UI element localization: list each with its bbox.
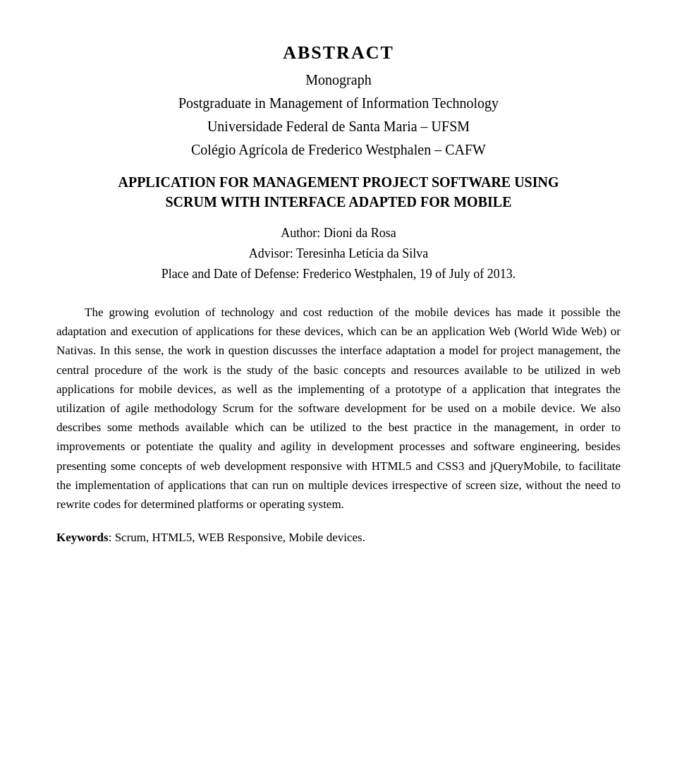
postgraduate-label: Postgraduate in Management of Informatio… [56,95,621,111]
abstract-title: ABSTRACT [56,42,621,64]
abstract-container: ABSTRACT Monograph Postgraduate in Manag… [56,42,621,547]
keywords-colon: : [109,531,115,544]
author-line: Author: Dioni da Rosa [56,226,621,241]
keywords-values: Scrum, HTML5, WEB Responsive, Mobile dev… [115,531,365,544]
application-title-line2: SCRUM WITH INTERFACE ADAPTED FOR MOBILE [166,194,512,210]
author-label: Author: [281,226,320,240]
advisor-line: Advisor: Teresinha Letícia da Silva [56,246,621,261]
advisor-name: Teresinha Letícia da Silva [296,246,428,260]
place-date-line: Place and Date of Defense: Frederico Wes… [56,267,621,282]
author-name: Dioni da Rosa [324,226,396,240]
title-section: ABSTRACT Monograph Postgraduate in Manag… [56,42,621,282]
college-label: Colégio Agrícola de Frederico Westphalen… [56,142,621,158]
monograph-label: Monograph [56,72,621,88]
keywords-line: Keywords: Scrum, HTML5, WEB Responsive, … [56,528,621,547]
keywords-label: Keywords [56,531,109,544]
university-label: Universidade Federal de Santa Maria – UF… [56,119,621,135]
author-section: Author: Dioni da Rosa Advisor: Teresinha… [56,226,621,282]
body-paragraph1: The growing evolution of technology and … [56,303,621,514]
application-title-line1: APPLICATION FOR MANAGEMENT PROJECT SOFTW… [118,174,559,190]
application-title: APPLICATION FOR MANAGEMENT PROJECT SOFTW… [56,172,621,212]
advisor-label: Advisor: [249,246,293,260]
